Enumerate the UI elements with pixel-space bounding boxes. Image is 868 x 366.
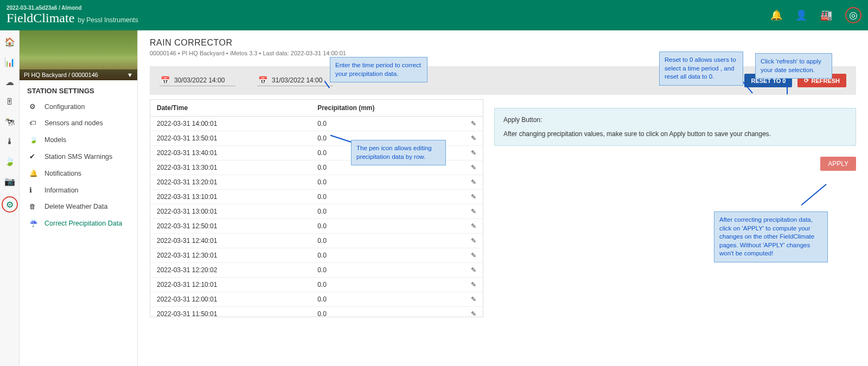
cell-datetime: 2022-03-31 11:50:01 [150,307,311,317]
gear-highlight-circle: ⚙ [2,196,18,213]
precip-table-wrap: Date/Time Precipitation (mm) 2022-03-31 … [150,99,483,317]
sidebar-item-label: Models [44,136,66,144]
pencil-icon[interactable]: ✎ [471,178,476,186]
pencil-icon[interactable]: ✎ [471,310,476,317]
pencil-icon[interactable]: ✎ [471,296,476,303]
cell-precip: 0.0 [311,175,464,190]
cell-precip: 0.0 [311,234,464,248]
right-panel: Apply Button: After changing precipitati… [494,99,856,171]
chevron-down-icon: ▼ [127,72,133,78]
table-row: 2022-03-31 12:10:010.0✎ [150,278,483,292]
table-row: 2022-03-31 12:30:010.0✎ [150,248,483,263]
pencil-icon[interactable]: ✎ [471,222,476,230]
sidebar-item-icon: 🗑 [29,203,37,210]
table-row: 2022-03-31 13:10:010.0✎ [150,190,483,204]
sidebar-item-information[interactable]: ℹInformation [20,182,137,198]
table-row: 2022-03-31 12:00:010.0✎ [150,292,483,307]
brand: FieldClimate by Pessl Instruments [7,11,138,25]
cell-datetime: 2022-03-31 12:10:01 [150,278,311,292]
header-meta: 2022-03-31.a5d23a6 / Almond [7,5,138,11]
cell-datetime: 2022-03-31 13:50:01 [150,131,311,146]
icon-rail: 🏠 📊 ☁ 🎚 🐄 🌡 🍃 📷 ⚙ [0,30,20,366]
sidebar-item-label: Notifications [44,170,81,177]
sidebar-item-correct-precipitation-data[interactable]: ☔Correct Precipitation Data [20,215,137,232]
gear-icon[interactable]: ⚙ [6,200,14,210]
sidebar-item-notifications[interactable]: 🔔Notifications [20,165,137,182]
brand-main: FieldClimate [7,11,74,25]
pencil-icon[interactable]: ✎ [471,164,476,171]
cell-precip: 0.0 [311,307,464,317]
camera-icon[interactable]: 📷 [4,176,15,187]
sidebar-item-sensors-and-nodes[interactable]: 🏷Sensors and nodes [20,115,137,131]
animal-icon[interactable]: 🐄 [4,117,15,127]
sliders-icon[interactable]: 🎚 [5,97,14,107]
apply-info-box: Apply Button: After changing precipitati… [494,108,856,146]
callout-apply: After correcting precipitation data, cli… [714,211,828,262]
brand-sub: by Pessl Instruments [78,16,138,24]
col-precip: Precipitation (mm) [311,100,464,117]
bell-icon[interactable]: 🔔 [770,9,782,21]
pencil-icon[interactable]: ✎ [471,120,476,127]
table-row: 2022-03-31 12:50:010.0✎ [150,219,483,234]
sidebar: PI HQ Backyard / 00000146 ▼ STATION SETT… [20,30,138,366]
table-row: 2022-03-31 13:20:010.0✎ [150,175,483,190]
callout-date: Enter the time period to correct your pr… [330,57,427,82]
cell-datetime: 2022-03-31 13:00:01 [150,204,311,219]
cell-datetime: 2022-03-31 12:20:02 [150,263,311,278]
table-row: 2022-03-31 12:40:010.0✎ [150,234,483,248]
pencil-icon[interactable]: ✎ [471,281,476,288]
banner-caption-text: PI HQ Backyard / 00000146 [24,72,98,78]
cell-precip: 0.0 [311,248,464,263]
cell-precip: 0.0 [311,117,464,131]
table-row: 2022-03-31 11:50:010.0✎ [150,307,483,317]
chart-icon[interactable]: 📊 [4,57,15,67]
apply-body: After changing precipitation values, mak… [503,130,771,138]
home-icon[interactable]: 🏠 [4,37,15,47]
pencil-icon[interactable]: ✎ [471,134,476,142]
pencil-icon[interactable]: ✎ [471,252,476,259]
pencil-icon[interactable]: ✎ [471,149,476,157]
date-from-input[interactable]: 📅 30/03/2022 14:00 [159,75,235,86]
callout-pen: The pen icon allows editing precipitatio… [351,140,446,165]
thermo-icon[interactable]: 🌡 [5,137,14,146]
sidebar-item-station-sms-warnings[interactable]: ✔Station SMS Warnings [20,148,137,165]
sidebar-item-label: Sensors and nodes [44,119,103,127]
sidebar-banner: PI HQ Backyard / 00000146 ▼ [20,30,137,80]
leaf-icon[interactable]: 🍃 [4,156,15,166]
broadcast-highlight-circle: ◎ [845,7,861,23]
date-to-input[interactable]: 📅 31/03/2022 14:00 [257,75,333,86]
sidebar-title: STATION SETTINGS [20,80,137,98]
sidebar-item-icon: ☔ [29,219,37,227]
sidebar-item-models[interactable]: 🍃Models [20,131,137,148]
cell-precip: 0.0 [311,190,464,204]
pencil-icon[interactable]: ✎ [471,193,476,201]
cell-precip: 0.0 [311,204,464,219]
precip-table: Date/Time Precipitation (mm) 2022-03-31 … [150,100,483,317]
pencil-icon[interactable]: ✎ [471,237,476,245]
col-edit [464,100,483,117]
pencil-icon[interactable]: ✎ [471,208,476,215]
top-header: 2022-03-31.a5d23a6 / Almond FieldClimate… [0,0,868,30]
apply-button[interactable]: APPLY [820,157,856,171]
cell-datetime: 2022-03-31 13:10:01 [150,190,311,204]
broadcast-icon[interactable]: ◎ [849,9,858,21]
table-row: 2022-03-31 14:00:010.0✎ [150,117,483,131]
banner-caption[interactable]: PI HQ Backyard / 00000146 ▼ [20,69,137,80]
user-icon[interactable]: 👤 [795,9,807,21]
sidebar-item-icon: ✔ [29,152,37,160]
sidebar-item-label: Correct Precipitation Data [44,220,122,227]
cell-datetime: 2022-03-31 13:20:01 [150,175,311,190]
callout-reset: Reset to 0 allows users to select a time… [659,52,743,86]
weather-icon[interactable]: ☁ [5,77,14,87]
apply-heading: Apply Button: [503,116,847,124]
cell-precip: 0.0 [311,278,464,292]
cell-datetime: 2022-03-31 12:30:01 [150,248,311,263]
table-row: 2022-03-31 13:00:010.0✎ [150,204,483,219]
pencil-icon[interactable]: ✎ [471,266,476,274]
sidebar-item-configuration[interactable]: ⚙Configuration [20,98,137,115]
cell-precip: 0.0 [311,263,464,278]
stations-icon[interactable]: 🏭 [820,9,832,21]
page-subtitle: 00000146 • PI HQ Backyard • iMetos 3.3 •… [150,50,856,56]
sidebar-item-delete-weather-data[interactable]: 🗑Delete Weather Data [20,198,137,215]
sidebar-item-icon: ℹ [29,186,37,194]
